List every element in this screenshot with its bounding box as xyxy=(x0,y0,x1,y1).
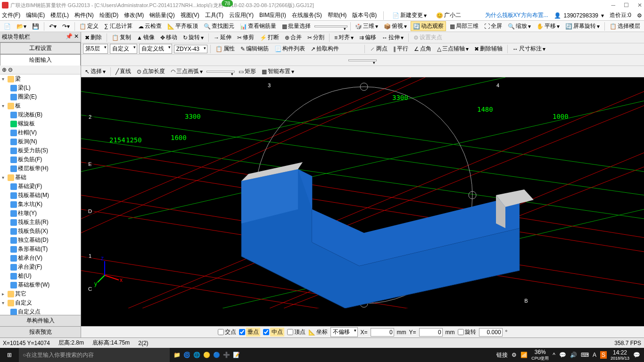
taskbar-search[interactable]: ○ 在这里输入你要搜索的内容 xyxy=(19,348,170,362)
menu-rebar[interactable]: 钢筋量(Q) xyxy=(149,11,174,19)
tree-item[interactable]: 梁(L) xyxy=(0,83,81,92)
tree-item[interactable]: ▾梁 xyxy=(0,74,81,83)
tree-item[interactable]: ▸其它 xyxy=(0,289,81,298)
tray-icon[interactable]: ⚙ xyxy=(512,352,517,358)
snap-coord[interactable]: 📐坐标 xyxy=(308,328,328,336)
empty-dropdown[interactable] xyxy=(348,59,377,61)
tab-report-preview[interactable]: 报表预览 xyxy=(0,326,81,337)
menu-modify[interactable]: 修改(M) xyxy=(124,11,144,19)
screen-rotate-button[interactable]: 🔄屏幕旋转▾ xyxy=(563,22,602,31)
tab-draw-input[interactable]: 绘图输入 xyxy=(0,54,81,66)
two-point-button[interactable]: ⟋两点 xyxy=(368,44,389,53)
tree-item[interactable]: 柱墩(Y) xyxy=(0,209,81,218)
clock[interactable]: 14:222018/9/13 xyxy=(611,349,629,361)
maximize-button[interactable]: ☐ xyxy=(624,2,629,8)
menu-view[interactable]: 视图(V) xyxy=(181,11,199,19)
start-button[interactable]: ⊞ xyxy=(0,352,19,358)
task-icon[interactable]: 📝 xyxy=(233,352,240,358)
set-grip-button[interactable]: ⚙设置夹点 xyxy=(412,33,444,42)
batch-select-button[interactable]: ▦批量选择 xyxy=(280,22,313,31)
open-button[interactable]: 📂▾ xyxy=(15,23,28,30)
balance-top-button[interactable]: 📐平齐板顶 xyxy=(165,22,200,31)
help-link[interactable]: 为什么筏板XY方向布置... xyxy=(485,11,548,19)
tree-item[interactable]: 筏板主筋(R) xyxy=(0,218,81,227)
type-dropdown[interactable]: 自定义线 xyxy=(139,44,172,54)
fullscreen-button[interactable]: ⛶全屏 xyxy=(482,22,504,31)
local-3d-button[interactable]: ▦局部三维 xyxy=(448,22,480,31)
copy-button[interactable]: 📋复制 xyxy=(110,33,133,42)
tree-item[interactable]: 桩(U) xyxy=(0,272,81,280)
tree-item[interactable]: ▾基础 xyxy=(0,173,81,182)
zoom-button[interactable]: 🔍缩放▾ xyxy=(506,22,533,31)
tree-item[interactable]: 现浇板(B) xyxy=(0,110,81,119)
tree-item[interactable]: 基础梁(F) xyxy=(0,182,81,191)
tray-icon[interactable]: 💬 xyxy=(559,352,566,358)
move-button[interactable]: ✥移动 xyxy=(158,33,179,42)
pan-button[interactable]: ✋平移▾ xyxy=(535,22,561,31)
tab-project-settings[interactable]: 工程设置 xyxy=(0,42,81,54)
3d-button[interactable]: 🎲三维▾ xyxy=(353,22,380,31)
tree-item[interactable]: 柱帽(V) xyxy=(0,128,81,137)
tree-item[interactable]: ▾板 xyxy=(0,101,81,110)
tree-item[interactable]: 承台梁(F) xyxy=(0,263,81,272)
x-input[interactable] xyxy=(371,328,394,337)
point-len-button[interactable]: ⊙点加长度 xyxy=(135,67,167,76)
snap-intersect[interactable]: 交点 xyxy=(218,328,236,336)
code-dropdown[interactable]: ZDYX-43 xyxy=(174,45,207,53)
tree-item[interactable]: 板受力筋(S) xyxy=(0,146,81,155)
y-input[interactable] xyxy=(419,328,443,337)
three-aux-button[interactable]: △三点辅轴▾ xyxy=(435,44,471,53)
define-button[interactable]: 📋定义 xyxy=(77,22,100,31)
task-icon[interactable]: 🟡 xyxy=(203,352,210,358)
rect-button[interactable]: ▭矩形 xyxy=(237,67,258,76)
break-button[interactable]: ⚡打断 xyxy=(258,33,281,42)
offset-button[interactable]: ⇉偏移 xyxy=(357,33,378,42)
dynamic-view-button[interactable]: 🔄动态观察 xyxy=(411,21,446,31)
offset-dropdown[interactable]: 不偏移 xyxy=(330,327,358,337)
tree-item[interactable]: 自定义点 xyxy=(0,307,81,315)
task-icon[interactable]: 📁 xyxy=(173,352,181,358)
tree-item[interactable]: ▾自定义 xyxy=(0,298,81,307)
menu-tools[interactable]: 工具(T) xyxy=(205,11,223,19)
user-small-button[interactable]: 😊广小二 xyxy=(434,11,463,20)
snap-mid[interactable]: 中点 xyxy=(263,328,284,337)
3d-viewport[interactable]: x y z 3300 3300 1600 2154 1250 1480 1000… xyxy=(81,77,644,326)
tree-item[interactable]: 楼层板带(H) xyxy=(0,164,81,173)
point-angle-button[interactable]: ∠点角 xyxy=(412,44,433,53)
tree-item[interactable]: 螺旋板 xyxy=(0,119,81,128)
new-change-button[interactable]: 📄新建变更 ▾ xyxy=(390,11,429,20)
tree-item[interactable]: 筏板负筋(X) xyxy=(0,227,81,236)
menu-member[interactable]: 构件(N) xyxy=(74,11,94,19)
del-aux-button[interactable]: ✖删除辅轴 xyxy=(472,44,504,53)
menu-floor[interactable]: 楼层(L) xyxy=(50,11,69,19)
task-icon[interactable]: 🌀 xyxy=(183,352,190,358)
member-tree[interactable]: ▾梁梁(L)圈梁(E)▾板现浇板(B)螺旋板柱帽(V)板洞(N)板受力筋(S)板… xyxy=(0,74,81,315)
tray-icon[interactable]: ^ xyxy=(553,352,555,358)
notification-icon[interactable]: 💬 xyxy=(633,352,640,358)
tree-item[interactable]: 筏板基础(M) xyxy=(0,191,81,200)
find-entity-button[interactable]: 🔍查找图元 xyxy=(202,22,236,31)
rotate-input[interactable] xyxy=(479,328,503,337)
smart-layout-button[interactable]: ▦智能布置▾ xyxy=(260,67,296,76)
trim-button[interactable]: ✂修剪 xyxy=(235,33,256,42)
snap-vertex[interactable]: 顶点 xyxy=(287,328,305,336)
parallel-button[interactable]: ∥平行 xyxy=(391,44,410,53)
menu-cloud[interactable]: 云应用(Y) xyxy=(229,11,254,19)
align-button[interactable]: ≡对齐▾ xyxy=(332,33,355,42)
tree-item[interactable]: 集水坑(K) xyxy=(0,200,81,209)
arc-dropdown[interactable] xyxy=(206,71,235,73)
category-dropdown[interactable]: 自定义 xyxy=(110,44,137,54)
menu-online[interactable]: 在线服务(S) xyxy=(292,11,322,19)
stretch-button[interactable]: ↔拉伸▾ xyxy=(380,33,405,42)
task-icon[interactable]: 🌐 xyxy=(193,352,200,358)
panel-pin-icon[interactable]: 📌 ✕ xyxy=(66,33,79,41)
view-rebar-button[interactable]: 📊查看钢筋量 xyxy=(238,22,278,31)
menu-version[interactable]: 版本号(B) xyxy=(352,11,377,19)
notification-badge[interactable]: 78 xyxy=(222,0,233,7)
tree-item[interactable]: 基础板带(W) xyxy=(0,280,81,289)
save-button[interactable]: 💾 xyxy=(30,23,41,30)
tab-single-input[interactable]: 单构件输入 xyxy=(0,315,81,326)
delete-button[interactable]: ✖删除 xyxy=(83,33,104,42)
redo-button[interactable]: ↷▾ xyxy=(60,23,72,30)
menu-edit[interactable]: 编辑(E) xyxy=(26,11,45,19)
